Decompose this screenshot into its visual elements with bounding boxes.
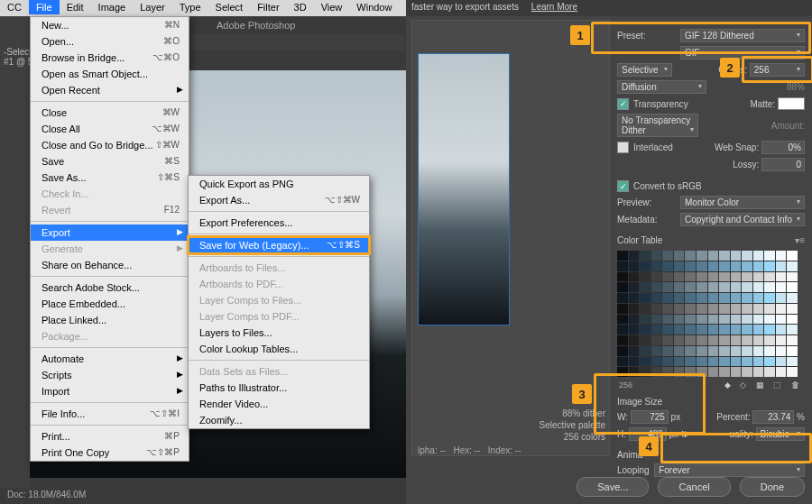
file-menu[interactable]: New...⌘NOpen...⌘OBrowse in Bridge...⌥⌘OO… xyxy=(30,16,189,462)
preview-mode-label: Preview: xyxy=(617,197,680,207)
menu-item[interactable]: Export As...⌥⇧⌘W xyxy=(189,192,369,208)
preview-mode-select[interactable]: Monitor Color xyxy=(680,196,805,209)
menubar-item-cc[interactable]: CC xyxy=(0,0,29,14)
websnap-value[interactable]: 0% xyxy=(761,141,805,154)
colortable-title: Color Table xyxy=(617,235,662,245)
quality-select[interactable]: Bicubic xyxy=(756,427,805,441)
interlaced-label: Interlaced xyxy=(633,142,673,152)
status-bar: Doc: 18.0M/846.0M xyxy=(0,488,406,504)
export-submenu[interactable]: Quick Export as PNGExport As...⌥⇧⌘WExpor… xyxy=(188,175,370,429)
menu-item[interactable]: Save for Web (Legacy)...⌥⇧⌘S xyxy=(189,237,369,253)
menu-item[interactable]: Paths to Illustrator... xyxy=(189,380,369,396)
menu-item[interactable]: Print One Copy⌥⇧⌘P xyxy=(31,444,189,461)
menu-item[interactable]: Save⌘S xyxy=(31,153,189,170)
menubar-item-edit[interactable]: Edit xyxy=(60,0,91,14)
menu-item[interactable]: Save As...⇧⌘S xyxy=(31,170,189,186)
menu-item: Generate▶ xyxy=(31,241,189,257)
lossy-label: Lossy: xyxy=(733,160,759,170)
metadata-select[interactable]: Copyright and Contact Info xyxy=(680,213,805,226)
matte-label: Matte: xyxy=(750,99,775,109)
preview-image[interactable] xyxy=(418,53,510,325)
preview-stats: 88% dither Selective palette 256 colors xyxy=(530,408,605,443)
looping-label: Looping xyxy=(617,465,650,475)
menu-item[interactable]: Browse in Bridge...⌥⌘O xyxy=(31,50,189,66)
width-input[interactable]: 725 xyxy=(631,410,669,424)
menu-item[interactable]: Import▶ xyxy=(31,383,189,399)
preset-select[interactable]: GIF 128 Dithered xyxy=(680,29,805,42)
imagesize-title: Image Size xyxy=(617,397,662,407)
options-bar xyxy=(188,34,404,50)
transparency-checkbox[interactable] xyxy=(617,98,629,110)
colortable-menu-icon[interactable]: ▾≡ xyxy=(795,235,805,245)
menu-item[interactable]: Close All⌥⌘W xyxy=(31,121,189,137)
transparency-dither-select[interactable]: No Transparency Dither xyxy=(617,114,698,137)
menu-item[interactable]: Place Embedded... xyxy=(31,296,189,312)
menu-item[interactable]: Render Video... xyxy=(189,396,369,412)
menubar-item-layer[interactable]: Layer xyxy=(133,0,172,14)
menubar-item-type[interactable]: Type xyxy=(172,0,208,14)
menubar-item-file[interactable]: File xyxy=(29,0,60,14)
menu-item[interactable]: Open...⌘O xyxy=(31,33,189,50)
reduction-select[interactable]: Selective xyxy=(617,63,672,77)
menubar-item-image[interactable]: Image xyxy=(91,0,134,14)
menu-item: Layer Comps to PDF... xyxy=(189,308,369,325)
quality-label: uality: xyxy=(730,429,753,439)
menu-item[interactable]: Close and Go to Bridge...⇧⌘W xyxy=(31,137,189,153)
percent-input[interactable]: 23.74 xyxy=(752,410,794,424)
menu-item[interactable]: Open Recent▶ xyxy=(31,82,189,98)
interlaced-checkbox[interactable] xyxy=(617,142,629,153)
menu-item[interactable]: New...⌘N xyxy=(31,17,189,33)
metadata-label: Metadata: xyxy=(617,215,680,225)
websnap-label: Web Snap: xyxy=(715,142,759,152)
cancel-button[interactable]: Cancel xyxy=(658,477,730,497)
menubar-item-filter[interactable]: Filter xyxy=(250,0,286,14)
menu-item[interactable]: File Info...⌥⇧⌘I xyxy=(31,406,189,422)
left-toolstrip xyxy=(0,16,30,504)
callout-badge-1: 1 xyxy=(570,25,590,45)
menu-item[interactable]: Automate▶ xyxy=(31,351,189,367)
color-table[interactable] xyxy=(617,251,798,377)
menu-item[interactable]: Print...⌘P xyxy=(31,428,189,444)
callout-badge-4: 4 xyxy=(639,436,659,456)
app-name: Adobe Photoshop xyxy=(217,20,295,31)
menu-item[interactable]: Export▶ xyxy=(31,225,189,241)
link-icon[interactable]: ⇅ xyxy=(678,429,689,439)
colortable-tools[interactable]: ◆ ◇ ▦ ⬚ 🗑 xyxy=(724,380,803,389)
menu-item[interactable]: Layers to Files... xyxy=(189,325,369,341)
menu-item: Data Sets as Files... xyxy=(189,363,369,380)
menu-item[interactable]: Color Lookup Tables... xyxy=(189,341,369,357)
dither-pct: 88% xyxy=(787,82,805,92)
menu-item[interactable]: Search Adobe Stock... xyxy=(31,279,189,296)
menu-item[interactable]: Quick Export as PNG xyxy=(189,176,369,192)
menubar-item-view[interactable]: View xyxy=(314,0,350,14)
settings-column: Preset: GIF 128 Dithered GIF Selective C… xyxy=(614,20,808,483)
menu-item: Check In... xyxy=(31,186,189,202)
srgb-label: Convert to sRGB xyxy=(633,181,702,191)
lossy-value[interactable]: 0 xyxy=(761,158,805,171)
menu-item[interactable]: Place Linked... xyxy=(31,312,189,328)
menu-item: Artboards to PDF... xyxy=(189,276,369,292)
menu-item[interactable]: Scripts▶ xyxy=(31,367,189,383)
info-bar: faster way to export assets Learn More xyxy=(406,0,812,16)
menu-item[interactable]: Zoomify... xyxy=(189,412,369,428)
menubar[interactable]: CCFileEditImageLayerTypeSelectFilter3DVi… xyxy=(0,0,406,16)
menubar-item-3d[interactable]: 3D xyxy=(287,0,314,14)
dither-method-select[interactable]: Diffusion xyxy=(617,80,706,94)
menu-item: Artboards to Files... xyxy=(189,260,369,276)
menubar-item-select[interactable]: Select xyxy=(208,0,251,14)
looping-select[interactable]: Forever xyxy=(654,463,805,477)
menu-item[interactable]: Export Preferences... xyxy=(189,215,369,231)
format-select[interactable]: GIF xyxy=(680,46,805,60)
menubar-item-window[interactable]: Window xyxy=(349,0,399,14)
colors-select[interactable]: 256 xyxy=(750,63,805,77)
menu-item: RevertF12 xyxy=(31,202,189,218)
matte-swatch[interactable] xyxy=(778,97,805,110)
menu-item[interactable]: Close⌘W xyxy=(31,105,189,121)
colortable-count: 256 xyxy=(619,380,632,389)
learn-more-link[interactable]: Learn More xyxy=(531,2,577,12)
srgb-checkbox[interactable] xyxy=(617,180,629,192)
menu-item[interactable]: Open as Smart Object... xyxy=(31,66,189,82)
menu-item[interactable]: Share on Behance... xyxy=(31,257,189,273)
done-button[interactable]: Done xyxy=(740,477,805,497)
save-button[interactable]: Save... xyxy=(577,477,649,497)
